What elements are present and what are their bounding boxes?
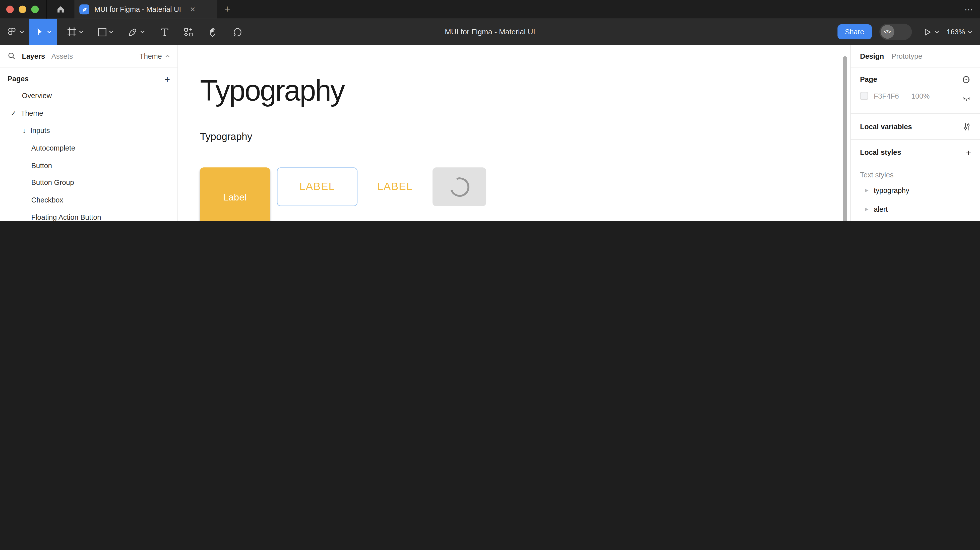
chevron-down-icon [19,30,24,34]
text-styles-header: Text styles [851,168,980,181]
home-icon [56,4,66,14]
play-icon [923,27,932,37]
style-item-label: typography [874,187,910,194]
canvas-heading: Typography [200,73,344,107]
titlebar-divider [46,0,47,19]
move-cursor-icon [34,27,45,37]
text-icon [160,27,169,37]
pages-header: Pages + [0,70,178,87]
right-sidebar: Design Prototype Page F3F4F6 100% Local … [850,45,980,221]
main-menu-button[interactable] [0,19,29,45]
new-tab-button[interactable]: + [217,0,238,19]
page-item-label: Floating Action Button [31,214,101,221]
dev-mode-toggle[interactable]: </> [879,24,912,40]
sidebar-page-item[interactable]: ✓Theme [0,105,178,122]
loading-button[interactable] [433,167,486,206]
page-color-opacity[interactable]: 100% [911,92,929,100]
comment-icon [232,27,242,37]
styles-icon[interactable] [962,75,971,84]
page-item-label: Button [31,162,52,169]
chevron-down-icon [140,30,145,34]
variables-icon[interactable] [963,122,971,131]
chevron-up-icon [165,54,170,58]
shape-tool-button[interactable] [92,19,119,45]
page-item-label: Overview [22,92,52,99]
add-page-button[interactable]: + [164,73,170,84]
spinner-icon [447,174,473,200]
present-button[interactable] [923,27,939,37]
left-sidebar: Layers Assets Theme Pages + Overview ✓Th… [0,45,178,221]
sidebar-page-item[interactable]: ↓Inputs [0,122,178,140]
page-item-label: Checkbox [31,197,63,204]
eye-closed-icon[interactable] [962,95,971,102]
chevron-down-icon [79,30,84,34]
zoom-level-control[interactable]: 163% [947,28,972,36]
pen-icon [127,27,138,37]
share-button[interactable]: Share [837,24,872,40]
minimize-window-button[interactable] [19,6,26,13]
toolbar: MUI for Figma - Material UI Share </> 16… [0,19,980,45]
page-item-label: Autocomplete [31,144,75,151]
frame-tool-button[interactable] [62,19,89,45]
canvas[interactable]: Typography Typography Label LABEL LABEL … [178,45,850,221]
contained-button[interactable]: Label [200,167,270,221]
page-section-title: Page [860,76,971,83]
close-window-button[interactable] [6,6,14,13]
page-section: Page F3F4F6 100% [851,67,980,113]
hand-tool-button[interactable] [202,19,223,45]
tab-assets[interactable]: Assets [51,52,73,60]
sidebar-page-item[interactable]: Checkbox [0,192,178,209]
pen-tool-button[interactable] [123,19,150,45]
figma-file-icon [80,4,89,14]
style-item[interactable]: avatar [851,219,980,221]
figma-app-window: MUI for Figma - Material UI ✕ + ⋯ [0,0,980,221]
add-style-icon[interactable]: + [966,147,971,157]
file-tab-title: MUI for Figma - Material UI [94,6,181,13]
style-item[interactable]: typography [851,181,980,200]
comment-tool-button[interactable] [227,19,248,45]
page-color-hex[interactable]: F3F4F6 [874,92,906,100]
hand-icon [208,27,218,37]
sidebar-page-item[interactable]: Floating Action Button [0,210,178,221]
disclosure-triangle-icon[interactable] [865,207,874,212]
page-color-swatch[interactable] [860,92,868,100]
sidebar-page-item[interactable]: Button Group [0,175,178,192]
chevron-down-icon [109,30,114,34]
window-controls [0,6,46,13]
tab-prototype[interactable]: Prototype [891,52,922,60]
outlined-button[interactable]: LABEL [277,167,358,206]
local-variables-label: Local variables [860,123,912,130]
local-styles-row[interactable]: Local styles + [851,140,980,165]
style-item[interactable]: alert [851,200,980,218]
local-variables-row[interactable]: Local variables [851,114,980,139]
sidebar-page-item[interactable]: Button [0,157,178,174]
canvas-subheading: Typography [200,131,252,143]
tab-design[interactable]: Design [860,52,884,60]
button-row-large: Label LABEL LABEL [200,167,486,221]
move-tool-button[interactable] [29,19,57,45]
tab-close-icon[interactable]: ✕ [190,5,196,13]
resources-tool-button[interactable] [178,19,199,45]
canvas-scrollbar[interactable] [843,56,847,221]
text-tool-button[interactable] [155,19,174,45]
sidebar-page-item[interactable]: Autocomplete [0,140,178,157]
zoom-level-value: 163% [947,28,965,36]
page-item-label: Button Group [31,179,74,186]
chevron-down-icon [934,30,939,34]
page-view-switcher[interactable]: Theme [140,52,170,60]
window-more-icon[interactable]: ⋯ [964,0,974,19]
local-styles-label: Local styles [860,149,901,156]
search-icon[interactable] [8,52,16,60]
disclosure-triangle-icon[interactable] [865,188,874,193]
zoom-window-button[interactable] [31,6,39,13]
page-item-glyph: ↓ [22,127,26,134]
home-button[interactable] [47,0,75,19]
text-button[interactable]: LABEL [375,167,415,206]
tab-layers[interactable]: Layers [22,52,45,60]
file-tab[interactable]: MUI for Figma - Material UI ✕ [74,0,217,19]
pages-list: Overview ✓Theme ↓Inputs Autocomplete But… [0,87,178,221]
pages-title: Pages [8,75,29,83]
page-item-label: Theme [21,109,43,117]
figma-logo-icon [6,26,18,38]
sidebar-page-item[interactable]: Overview [0,87,178,105]
